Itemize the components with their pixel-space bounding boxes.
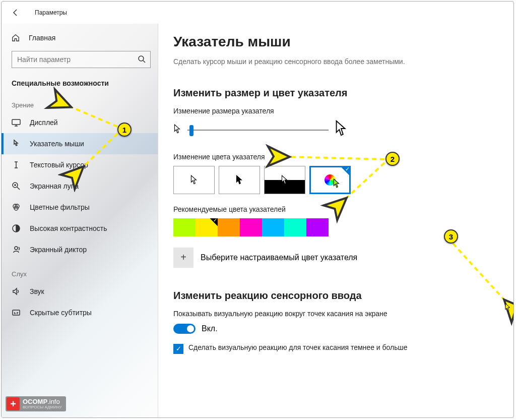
pointer-color-custom[interactable] bbox=[309, 166, 351, 194]
darker-feedback-checkbox[interactable]: ✓ bbox=[173, 344, 183, 354]
sidebar-item-text-cursor[interactable]: Текстовый курсор bbox=[2, 154, 158, 175]
pointer-color-inverted[interactable] bbox=[264, 166, 305, 194]
search-icon bbox=[138, 55, 146, 65]
recommended-color-swatch[interactable] bbox=[218, 218, 240, 236]
plus-icon: + bbox=[173, 248, 194, 268]
sidebar-item-narrator[interactable]: Экранный диктор bbox=[2, 239, 158, 260]
darker-feedback-label: Сделать визуальную реакцию для точек кас… bbox=[188, 343, 408, 353]
display-icon bbox=[12, 118, 21, 127]
sidebar-item-captions[interactable]: Скрытые субтитры bbox=[2, 302, 158, 323]
sidebar-item-label: Цветные фильтры bbox=[30, 203, 90, 211]
section-header: Специальные возможности bbox=[2, 76, 158, 91]
sidebar-item-color-filters[interactable]: Цветные фильтры bbox=[2, 197, 158, 218]
section-touch: Изменить реакцию сенсорного ввода bbox=[173, 290, 495, 302]
main-panel: Указатель мыши Сделать курсор мыши и реа… bbox=[158, 24, 513, 417]
sidebar-item-display[interactable]: Дисплей bbox=[2, 112, 158, 133]
recommended-color-swatch[interactable] bbox=[262, 218, 284, 236]
recommended-color-swatch[interactable] bbox=[240, 218, 262, 236]
recommended-color-swatch[interactable] bbox=[284, 218, 306, 236]
section-size-color: Изменить размер и цвет указателя bbox=[173, 87, 495, 99]
sidebar-item-label: Указатель мыши bbox=[30, 140, 84, 148]
sidebar-home-label: Главная bbox=[29, 34, 55, 42]
page-title: Указатель мыши bbox=[173, 34, 495, 50]
cursor-large-icon bbox=[335, 120, 348, 141]
sidebar-item-label: Звук bbox=[30, 287, 44, 295]
custom-color-button[interactable]: + Выберите настраиваемый цвет указателя bbox=[173, 248, 495, 268]
contrast-icon bbox=[12, 224, 21, 233]
cursor-small-icon bbox=[173, 124, 181, 137]
captions-icon bbox=[12, 308, 21, 317]
color-filters-icon bbox=[12, 203, 21, 212]
pointer-size-slider[interactable] bbox=[187, 124, 329, 136]
color-label: Изменение цвета указателя bbox=[173, 153, 495, 161]
svg-rect-8 bbox=[13, 310, 20, 315]
search-box[interactable] bbox=[12, 51, 151, 68]
home-icon bbox=[12, 34, 20, 42]
touch-feedback-toggle[interactable] bbox=[173, 324, 196, 334]
search-input[interactable] bbox=[12, 51, 151, 68]
touch-description: Показывать визуальную реакцию вокруг точ… bbox=[173, 310, 405, 318]
text-cursor-icon bbox=[12, 160, 21, 169]
toggle-state-label: Вкл. bbox=[202, 324, 218, 333]
svg-point-7 bbox=[15, 247, 18, 250]
audio-icon bbox=[12, 287, 21, 296]
sidebar-item-audio[interactable]: Звук bbox=[2, 281, 158, 302]
watermark-logo: + OCOMP.info ВОПРОСЫ АДМИНУ bbox=[6, 396, 66, 411]
recommended-colors-label: Рекомендуемые цвета указателей bbox=[173, 205, 495, 213]
custom-color-label: Выберите настраиваемый цвет указателя bbox=[201, 253, 357, 262]
narrator-icon bbox=[12, 245, 21, 254]
page-description: Сделать курсор мыши и реакцию сенсорного… bbox=[173, 57, 415, 67]
sidebar-item-mouse-pointer[interactable]: Указатель мыши bbox=[2, 133, 158, 154]
sidebar-item-label: Текстовый курсор bbox=[30, 161, 88, 169]
pointer-icon bbox=[12, 139, 21, 148]
window-title: Параметры bbox=[35, 9, 67, 16]
pointer-color-white[interactable] bbox=[173, 166, 215, 194]
sidebar-item-label: Дисплей bbox=[30, 118, 58, 127]
svg-rect-1 bbox=[12, 119, 20, 125]
recommended-colors bbox=[173, 218, 495, 236]
sidebar-item-label: Высокая контрастность bbox=[30, 224, 107, 232]
sidebar-item-label: Скрытые субтитры bbox=[30, 309, 92, 317]
sidebar-item-label: Экранный диктор bbox=[30, 246, 87, 254]
sidebar-home[interactable]: Главная bbox=[2, 29, 158, 47]
sidebar-item-label: Экранная лупа bbox=[30, 182, 79, 190]
svg-point-0 bbox=[139, 56, 144, 61]
sidebar-item-magnifier[interactable]: Экранная лупа bbox=[2, 175, 158, 197]
recommended-color-swatch[interactable] bbox=[196, 218, 218, 236]
back-button[interactable] bbox=[11, 8, 21, 18]
recommended-color-swatch[interactable] bbox=[306, 218, 329, 236]
magnifier-icon bbox=[12, 182, 21, 191]
sidebar-item-high-contrast[interactable]: Высокая контрастность bbox=[2, 218, 158, 239]
recommended-color-swatch[interactable] bbox=[173, 218, 196, 236]
group-vision: Зрение bbox=[2, 91, 158, 112]
group-hearing: Слух bbox=[2, 260, 158, 281]
sidebar: Главная Специальные возможности Зрение Д… bbox=[2, 24, 158, 417]
pointer-color-black[interactable] bbox=[219, 166, 260, 194]
size-label: Изменение размера указателя bbox=[173, 107, 495, 115]
